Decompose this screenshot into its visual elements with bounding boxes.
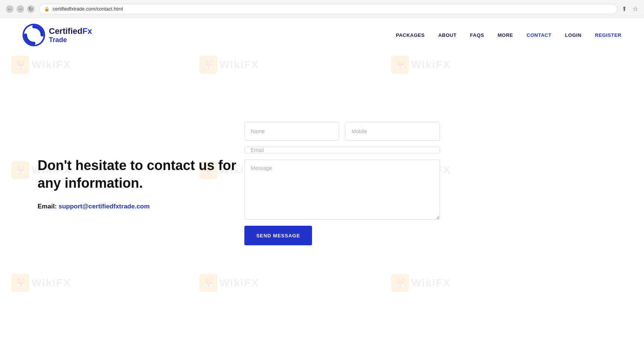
nav-faqs[interactable]: FAQS xyxy=(470,32,484,38)
nav-more[interactable]: MORE xyxy=(498,32,513,38)
nav-login[interactable]: LOGIN xyxy=(565,32,582,38)
form-row-name-mobile xyxy=(244,122,440,141)
main-nav: PACKAGES ABOUT FAQS MORE CONTACT LOGIN R… xyxy=(396,32,621,38)
url-text: certifiedfxtrade.com/contact.html xyxy=(53,6,123,12)
send-message-button[interactable]: SEND MESSAGE xyxy=(244,226,312,245)
bookmark-icon[interactable]: ☆ xyxy=(633,5,638,12)
email-label: Email: xyxy=(38,203,57,210)
browser-actions: ⬆ ☆ xyxy=(622,5,638,12)
contact-headline: Don't hesitate to contact us for any inf… xyxy=(38,157,244,192)
email-line: Email: support@certifiedfxtrade.com xyxy=(38,203,244,210)
logo-icon xyxy=(23,24,45,46)
contact-form: SEND MESSAGE xyxy=(244,122,440,245)
refresh-button[interactable]: ↻ xyxy=(27,5,35,13)
email-input[interactable] xyxy=(244,147,440,153)
nav-register[interactable]: REGISTER xyxy=(595,32,621,38)
logo-certified-fx: CertifiedFx xyxy=(49,26,92,36)
header: CertifiedFx Trade PACKAGES ABOUT FAQS MO… xyxy=(0,18,644,52)
nav-contact[interactable]: CONTACT xyxy=(527,32,552,38)
nav-packages[interactable]: PACKAGES xyxy=(396,32,425,38)
main-content: Don't hesitate to contact us for any inf… xyxy=(0,52,644,315)
email-address[interactable]: support@certifiedfxtrade.com xyxy=(59,203,150,210)
name-input[interactable] xyxy=(244,122,339,141)
logo-text: CertifiedFx Trade xyxy=(49,26,92,44)
left-section: Don't hesitate to contact us for any inf… xyxy=(38,157,244,210)
nav-about[interactable]: ABOUT xyxy=(438,32,457,38)
logo-area: CertifiedFx Trade xyxy=(23,24,92,46)
browser-chrome: ← → ↻ 🔒 certifiedfxtrade.com/contact.htm… xyxy=(0,0,644,18)
logo-certified: Certified xyxy=(49,26,82,36)
logo-fx: Fx xyxy=(82,26,92,36)
browser-controls: ← → ↻ xyxy=(6,5,35,13)
share-icon[interactable]: ⬆ xyxy=(622,5,627,12)
lock-icon: 🔒 xyxy=(44,6,50,12)
back-button[interactable]: ← xyxy=(6,5,14,13)
message-textarea[interactable] xyxy=(244,160,440,220)
page-wrapper: 🦊 WikiFX 🦊 WikiFX 🦊 WikiFX 🦊 WikiFX 🦊 Wi… xyxy=(0,18,644,351)
mobile-input[interactable] xyxy=(345,122,440,141)
logo-trade: Trade xyxy=(49,36,92,44)
forward-button[interactable]: → xyxy=(17,5,24,13)
address-bar[interactable]: 🔒 certifiedfxtrade.com/contact.html xyxy=(39,4,617,14)
